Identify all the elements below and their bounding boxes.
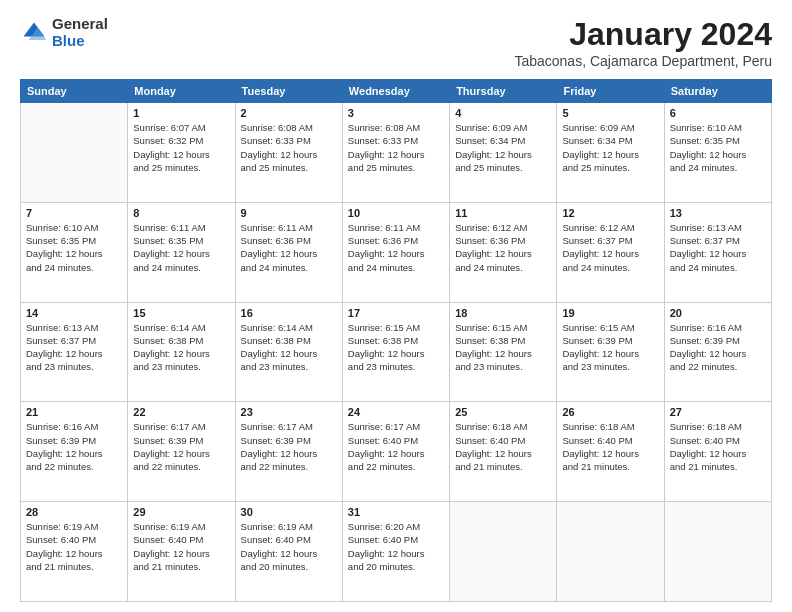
calendar-cell: 26Sunrise: 6:18 AMSunset: 6:40 PMDayligh… bbox=[557, 402, 664, 502]
calendar-cell: 11Sunrise: 6:12 AMSunset: 6:36 PMDayligh… bbox=[450, 202, 557, 302]
calendar-cell: 2Sunrise: 6:08 AMSunset: 6:33 PMDaylight… bbox=[235, 103, 342, 203]
day-number: 8 bbox=[133, 207, 229, 219]
day-info: Sunrise: 6:14 AMSunset: 6:38 PMDaylight:… bbox=[133, 321, 229, 374]
day-number: 5 bbox=[562, 107, 658, 119]
day-info: Sunrise: 6:12 AMSunset: 6:37 PMDaylight:… bbox=[562, 221, 658, 274]
title-block: January 2024 Tabaconas, Cajamarca Depart… bbox=[514, 16, 772, 69]
day-number: 21 bbox=[26, 406, 122, 418]
day-info: Sunrise: 6:08 AMSunset: 6:33 PMDaylight:… bbox=[241, 121, 337, 174]
logo-icon bbox=[20, 19, 48, 47]
calendar-cell: 1Sunrise: 6:07 AMSunset: 6:32 PMDaylight… bbox=[128, 103, 235, 203]
day-number: 23 bbox=[241, 406, 337, 418]
day-info: Sunrise: 6:17 AMSunset: 6:39 PMDaylight:… bbox=[241, 420, 337, 473]
calendar-cell bbox=[450, 502, 557, 602]
day-of-week-header: Sunday bbox=[21, 80, 128, 103]
calendar-cell: 18Sunrise: 6:15 AMSunset: 6:38 PMDayligh… bbox=[450, 302, 557, 402]
day-info: Sunrise: 6:17 AMSunset: 6:39 PMDaylight:… bbox=[133, 420, 229, 473]
calendar-cell: 14Sunrise: 6:13 AMSunset: 6:37 PMDayligh… bbox=[21, 302, 128, 402]
header: General Blue January 2024 Tabaconas, Caj… bbox=[20, 16, 772, 69]
day-info: Sunrise: 6:15 AMSunset: 6:39 PMDaylight:… bbox=[562, 321, 658, 374]
logo-text: General Blue bbox=[52, 16, 108, 49]
calendar-cell: 27Sunrise: 6:18 AMSunset: 6:40 PMDayligh… bbox=[664, 402, 771, 502]
day-info: Sunrise: 6:09 AMSunset: 6:34 PMDaylight:… bbox=[562, 121, 658, 174]
day-of-week-header: Wednesday bbox=[342, 80, 449, 103]
day-info: Sunrise: 6:15 AMSunset: 6:38 PMDaylight:… bbox=[348, 321, 444, 374]
day-info: Sunrise: 6:10 AMSunset: 6:35 PMDaylight:… bbox=[26, 221, 122, 274]
calendar-cell bbox=[557, 502, 664, 602]
day-number: 22 bbox=[133, 406, 229, 418]
day-number: 3 bbox=[348, 107, 444, 119]
calendar-cell: 9Sunrise: 6:11 AMSunset: 6:36 PMDaylight… bbox=[235, 202, 342, 302]
day-number: 14 bbox=[26, 307, 122, 319]
calendar-cell: 10Sunrise: 6:11 AMSunset: 6:36 PMDayligh… bbox=[342, 202, 449, 302]
calendar-cell bbox=[21, 103, 128, 203]
day-number: 17 bbox=[348, 307, 444, 319]
calendar-cell: 7Sunrise: 6:10 AMSunset: 6:35 PMDaylight… bbox=[21, 202, 128, 302]
day-info: Sunrise: 6:13 AMSunset: 6:37 PMDaylight:… bbox=[26, 321, 122, 374]
day-info: Sunrise: 6:18 AMSunset: 6:40 PMDaylight:… bbox=[455, 420, 551, 473]
day-info: Sunrise: 6:18 AMSunset: 6:40 PMDaylight:… bbox=[562, 420, 658, 473]
page-subtitle: Tabaconas, Cajamarca Department, Peru bbox=[514, 53, 772, 69]
day-info: Sunrise: 6:10 AMSunset: 6:35 PMDaylight:… bbox=[670, 121, 766, 174]
logo-general: General bbox=[52, 16, 108, 33]
calendar-cell: 24Sunrise: 6:17 AMSunset: 6:40 PMDayligh… bbox=[342, 402, 449, 502]
day-number: 20 bbox=[670, 307, 766, 319]
calendar-week-row: 14Sunrise: 6:13 AMSunset: 6:37 PMDayligh… bbox=[21, 302, 772, 402]
calendar-cell: 20Sunrise: 6:16 AMSunset: 6:39 PMDayligh… bbox=[664, 302, 771, 402]
calendar-cell: 5Sunrise: 6:09 AMSunset: 6:34 PMDaylight… bbox=[557, 103, 664, 203]
calendar-header: SundayMondayTuesdayWednesdayThursdayFrid… bbox=[21, 80, 772, 103]
day-of-week-header: Monday bbox=[128, 80, 235, 103]
calendar-week-row: 1Sunrise: 6:07 AMSunset: 6:32 PMDaylight… bbox=[21, 103, 772, 203]
calendar-cell: 6Sunrise: 6:10 AMSunset: 6:35 PMDaylight… bbox=[664, 103, 771, 203]
day-info: Sunrise: 6:13 AMSunset: 6:37 PMDaylight:… bbox=[670, 221, 766, 274]
day-info: Sunrise: 6:14 AMSunset: 6:38 PMDaylight:… bbox=[241, 321, 337, 374]
day-number: 2 bbox=[241, 107, 337, 119]
logo-blue: Blue bbox=[52, 33, 108, 50]
day-number: 24 bbox=[348, 406, 444, 418]
day-info: Sunrise: 6:12 AMSunset: 6:36 PMDaylight:… bbox=[455, 221, 551, 274]
calendar-cell: 16Sunrise: 6:14 AMSunset: 6:38 PMDayligh… bbox=[235, 302, 342, 402]
calendar-cell: 12Sunrise: 6:12 AMSunset: 6:37 PMDayligh… bbox=[557, 202, 664, 302]
day-number: 4 bbox=[455, 107, 551, 119]
day-number: 11 bbox=[455, 207, 551, 219]
calendar-cell: 3Sunrise: 6:08 AMSunset: 6:33 PMDaylight… bbox=[342, 103, 449, 203]
day-number: 10 bbox=[348, 207, 444, 219]
day-number: 30 bbox=[241, 506, 337, 518]
calendar-table: SundayMondayTuesdayWednesdayThursdayFrid… bbox=[20, 79, 772, 602]
day-info: Sunrise: 6:18 AMSunset: 6:40 PMDaylight:… bbox=[670, 420, 766, 473]
day-of-week-header: Thursday bbox=[450, 80, 557, 103]
day-info: Sunrise: 6:16 AMSunset: 6:39 PMDaylight:… bbox=[26, 420, 122, 473]
day-info: Sunrise: 6:20 AMSunset: 6:40 PMDaylight:… bbox=[348, 520, 444, 573]
day-number: 16 bbox=[241, 307, 337, 319]
day-info: Sunrise: 6:16 AMSunset: 6:39 PMDaylight:… bbox=[670, 321, 766, 374]
calendar-cell: 29Sunrise: 6:19 AMSunset: 6:40 PMDayligh… bbox=[128, 502, 235, 602]
day-info: Sunrise: 6:07 AMSunset: 6:32 PMDaylight:… bbox=[133, 121, 229, 174]
calendar-cell: 8Sunrise: 6:11 AMSunset: 6:35 PMDaylight… bbox=[128, 202, 235, 302]
day-number: 7 bbox=[26, 207, 122, 219]
calendar-cell: 23Sunrise: 6:17 AMSunset: 6:39 PMDayligh… bbox=[235, 402, 342, 502]
day-info: Sunrise: 6:11 AMSunset: 6:36 PMDaylight:… bbox=[241, 221, 337, 274]
days-of-week-row: SundayMondayTuesdayWednesdayThursdayFrid… bbox=[21, 80, 772, 103]
day-number: 6 bbox=[670, 107, 766, 119]
day-of-week-header: Tuesday bbox=[235, 80, 342, 103]
day-info: Sunrise: 6:08 AMSunset: 6:33 PMDaylight:… bbox=[348, 121, 444, 174]
calendar-cell: 17Sunrise: 6:15 AMSunset: 6:38 PMDayligh… bbox=[342, 302, 449, 402]
calendar-cell: 15Sunrise: 6:14 AMSunset: 6:38 PMDayligh… bbox=[128, 302, 235, 402]
day-number: 26 bbox=[562, 406, 658, 418]
logo: General Blue bbox=[20, 16, 108, 49]
day-of-week-header: Friday bbox=[557, 80, 664, 103]
day-info: Sunrise: 6:11 AMSunset: 6:36 PMDaylight:… bbox=[348, 221, 444, 274]
day-number: 28 bbox=[26, 506, 122, 518]
calendar-cell: 21Sunrise: 6:16 AMSunset: 6:39 PMDayligh… bbox=[21, 402, 128, 502]
calendar-cell: 4Sunrise: 6:09 AMSunset: 6:34 PMDaylight… bbox=[450, 103, 557, 203]
day-info: Sunrise: 6:17 AMSunset: 6:40 PMDaylight:… bbox=[348, 420, 444, 473]
day-number: 9 bbox=[241, 207, 337, 219]
day-number: 1 bbox=[133, 107, 229, 119]
calendar-body: 1Sunrise: 6:07 AMSunset: 6:32 PMDaylight… bbox=[21, 103, 772, 602]
calendar-cell: 28Sunrise: 6:19 AMSunset: 6:40 PMDayligh… bbox=[21, 502, 128, 602]
day-info: Sunrise: 6:11 AMSunset: 6:35 PMDaylight:… bbox=[133, 221, 229, 274]
calendar-cell bbox=[664, 502, 771, 602]
day-info: Sunrise: 6:19 AMSunset: 6:40 PMDaylight:… bbox=[26, 520, 122, 573]
day-number: 27 bbox=[670, 406, 766, 418]
day-info: Sunrise: 6:19 AMSunset: 6:40 PMDaylight:… bbox=[241, 520, 337, 573]
